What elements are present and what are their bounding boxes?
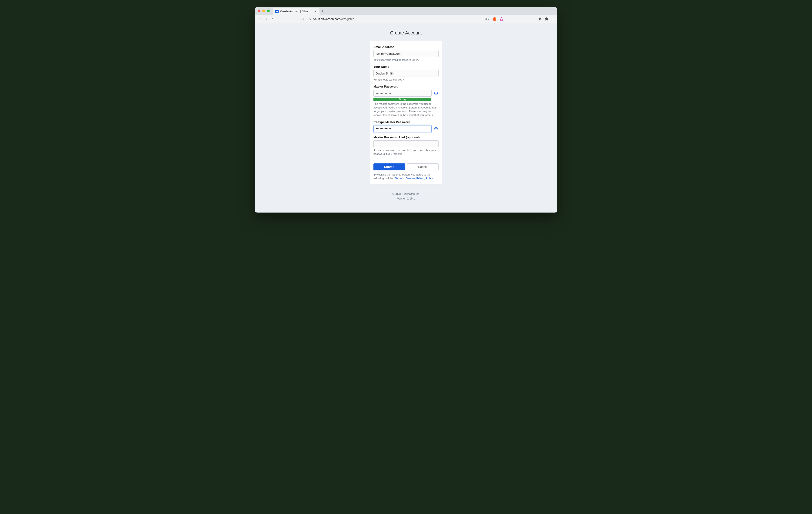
address-bar[interactable]: vault.bitwarden.com/#/register xyxy=(278,17,483,21)
lock-icon xyxy=(308,18,311,21)
tab-bar: Create Account | Bitwarden Web ✕ + xyxy=(255,7,557,15)
name-label: Your Name xyxy=(373,65,439,69)
terms-of-service-link[interactable]: Terms of Service xyxy=(395,177,415,180)
name-input[interactable] xyxy=(373,70,439,77)
name-field-group: Your Name What should we call you? xyxy=(373,65,439,81)
minimize-window-icon[interactable] xyxy=(262,9,265,12)
bookmark-icon[interactable] xyxy=(301,18,304,21)
password-hint-field-group: Master Password Hint (optional) A master… xyxy=(373,135,439,156)
toggle-retype-visibility-icon[interactable] xyxy=(433,126,439,131)
forward-button[interactable] xyxy=(264,17,268,21)
browser-toolbar: vault.bitwarden.com/#/register xyxy=(255,15,557,23)
brave-shield-icon[interactable] xyxy=(493,17,496,21)
agreement-text: By clicking the "Submit" button, you agr… xyxy=(373,173,439,180)
window-controls xyxy=(258,9,270,12)
svg-marker-5 xyxy=(500,18,503,20)
close-tab-icon[interactable]: ✕ xyxy=(314,10,317,13)
divider xyxy=(370,160,442,160)
svg-point-10 xyxy=(436,128,437,129)
bitwarden-extension-icon[interactable] xyxy=(538,17,542,21)
master-password-label: Master Password xyxy=(373,85,439,88)
retype-password-field-group: Re-type Master Password xyxy=(373,120,439,132)
submit-button[interactable]: Submit xyxy=(373,163,405,170)
brave-rewards-icon[interactable] xyxy=(500,17,503,21)
version-text: Version 2.16.1 xyxy=(255,196,557,201)
browser-window: Create Account | Bitwarden Web ✕ + vault… xyxy=(255,7,557,213)
master-password-hint: The master password is the password you … xyxy=(373,102,439,117)
master-password-input[interactable] xyxy=(373,90,432,97)
register-card: Email Address You'll use your email addr… xyxy=(370,41,442,184)
back-button[interactable] xyxy=(257,17,261,21)
password-hint-input[interactable] xyxy=(373,140,439,147)
svg-point-9 xyxy=(436,93,437,94)
close-window-icon[interactable] xyxy=(258,9,260,12)
url-text: vault.bitwarden.com/#/register xyxy=(314,17,354,21)
extensions-icon[interactable] xyxy=(545,17,548,21)
bitwarden-favicon-icon xyxy=(275,10,279,13)
master-password-field-group: Master Password Strong The master passwo… xyxy=(373,85,439,117)
page-footer: © 2020, Bitwarden Inc. Version 2.16.1 xyxy=(255,192,557,201)
retype-password-label: Re-type Master Password xyxy=(373,120,439,124)
password-strength-meter: Strong xyxy=(373,98,431,101)
email-label: Email Address xyxy=(373,45,439,49)
privacy-policy-link[interactable]: Privacy Policy xyxy=(416,177,433,180)
retype-password-input[interactable] xyxy=(373,125,432,132)
browser-tab[interactable]: Create Account | Bitwarden Web ✕ xyxy=(273,8,319,15)
maximize-window-icon[interactable] xyxy=(267,9,270,12)
browser-menu-icon[interactable] xyxy=(552,18,555,21)
password-hint-hint: A master password hint can help you reme… xyxy=(373,148,439,156)
name-hint: What should we call you? xyxy=(373,78,439,81)
copyright-text: © 2020, Bitwarden Inc. xyxy=(255,192,557,196)
cancel-button[interactable]: Cancel xyxy=(407,163,439,170)
page-content: Create Account Email Address You'll use … xyxy=(255,23,557,213)
tab-title: Create Account | Bitwarden Web xyxy=(280,10,312,13)
page-title: Create Account xyxy=(255,30,557,36)
password-hint-label: Master Password Hint (optional) xyxy=(373,135,439,139)
email-field-group: Email Address You'll use your email addr… xyxy=(373,45,439,62)
email-input[interactable] xyxy=(373,50,439,57)
svg-rect-0 xyxy=(309,19,311,20)
new-tab-button[interactable]: + xyxy=(319,9,325,13)
toggle-password-visibility-icon[interactable] xyxy=(433,90,439,96)
reload-button[interactable] xyxy=(271,17,275,21)
email-hint: You'll use your email address to log in. xyxy=(373,58,439,62)
svg-point-1 xyxy=(486,18,487,20)
password-key-icon[interactable] xyxy=(485,18,490,20)
